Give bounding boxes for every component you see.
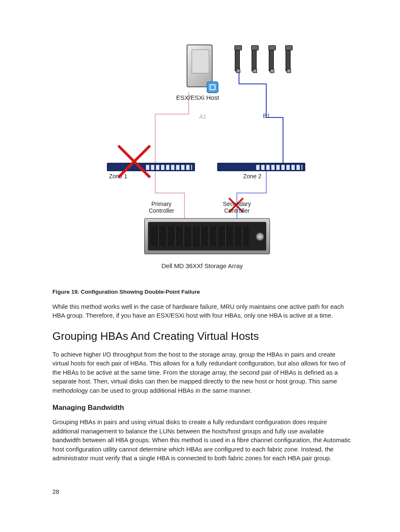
secondary-controller-label: Secondary Controller xyxy=(214,201,260,214)
secondary-controller-line2: Controller xyxy=(224,207,250,214)
hba-icon xyxy=(252,48,257,71)
primary-controller-line1: Primary xyxy=(151,201,171,207)
page-number: 28 xyxy=(52,488,59,495)
zone1-label: Zone 1 xyxy=(109,173,127,180)
secondary-controller-line1: Secondary xyxy=(223,201,251,207)
fc-switch-zone2 xyxy=(217,163,305,171)
figure-caption: Figure 19. Configuration Showing Double-… xyxy=(52,289,352,295)
path-label-a1: A1 xyxy=(199,113,206,120)
path-label-b1: B1 xyxy=(263,112,270,119)
paragraph: While this method works well in the case… xyxy=(52,303,352,321)
zone2-label: Zone 2 xyxy=(243,173,262,180)
paragraph: To achieve higher I/O throughput from th… xyxy=(52,350,352,395)
hba-icon xyxy=(235,48,240,71)
primary-controller-label: Primary Controller xyxy=(138,201,184,214)
hba-group xyxy=(235,48,301,73)
fc-switch-zone1 xyxy=(107,163,195,171)
storage-array-label: Dell MD 36XXf Storage Array xyxy=(161,262,243,269)
primary-controller-line2: Controller xyxy=(149,207,174,214)
section-heading: Grouping HBAs And Creating Virtual Hosts xyxy=(52,330,352,343)
esx-host-icon xyxy=(187,44,216,91)
hba-icon xyxy=(269,48,274,71)
paragraph: Grouping HBAs in pairs and using virtual… xyxy=(52,418,352,463)
storage-array-icon xyxy=(144,218,270,254)
host-label: ESX/ESXi Host xyxy=(176,94,219,101)
configuration-diagram: ESX/ESXi Host A1 B1 Zone 1 Zone 2 Primar… xyxy=(117,42,319,285)
subsection-heading: Managing Bandwidth xyxy=(52,404,352,412)
hba-icon xyxy=(286,48,291,71)
